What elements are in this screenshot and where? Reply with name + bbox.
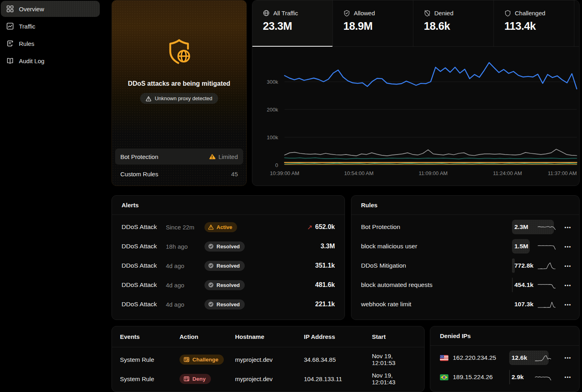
sparkline <box>534 372 552 382</box>
table-row[interactable]: System Rule Deny myproject.dev 104.28.13… <box>112 369 424 388</box>
check-circle-icon <box>208 301 214 307</box>
column-header: IP Address <box>304 333 372 340</box>
sidebar-item-label: Rules <box>19 40 34 47</box>
traffic-chart: 300k200k100k010:39:00 AM10:54:00 AM11:09… <box>252 47 579 186</box>
tab-value: 18.9M <box>343 20 413 33</box>
sparkline <box>537 299 556 309</box>
tab-challenged[interactable]: Challenged 113.4k <box>494 0 574 46</box>
custom-rules-row[interactable]: Custom Rules 45 <box>115 166 243 182</box>
tab-all-traffic[interactable]: All Traffic 23.3M <box>252 0 333 46</box>
rules-title: Rules <box>361 202 378 208</box>
status-badge: Active <box>204 222 237 232</box>
value-bar <box>509 370 510 384</box>
traffic-tabs: All Traffic 23.3M Allowed 18.9M Denied 1… <box>252 0 579 47</box>
sidebar-item-traffic[interactable]: Traffic <box>1 18 100 34</box>
status-rows: Bot Protection Limited Custom Rules 45 <box>115 147 243 182</box>
rule-value: 1.5M <box>514 243 537 250</box>
row-menu-button[interactable] <box>563 282 572 289</box>
br-flag-icon <box>440 374 448 380</box>
row-menu-button[interactable] <box>563 373 572 381</box>
rule-row[interactable]: webhook rate limit 107.3k <box>361 295 572 314</box>
warning-icon <box>208 224 214 230</box>
tab-allowed[interactable]: Allowed 18.9M <box>333 0 413 46</box>
row-menu-button[interactable] <box>563 262 572 269</box>
shield-check-icon <box>343 10 350 17</box>
tab-denied[interactable]: Denied 18.6k <box>413 0 494 46</box>
alert-row[interactable]: DDoS Attack Since 22m Active 652.0k <box>122 217 335 237</box>
denied-count: 12.6k <box>512 354 534 361</box>
rule-value: 107.3k <box>514 301 537 308</box>
svg-text:100k: 100k <box>267 134 279 140</box>
rule-value: 772.8k <box>514 262 537 269</box>
alerts-card: Alerts DDoS Attack Since 22m Active 652.… <box>111 195 345 320</box>
rule-row[interactable]: Bot Protection 2.3M <box>361 217 572 237</box>
sidebar: Overview Traffic Rules Audit Log <box>0 0 101 392</box>
globe-icon <box>263 10 270 17</box>
sparkline <box>537 241 556 251</box>
denied-ip-row[interactable]: 189.15.224.26 2.9k <box>440 367 572 387</box>
denied-ips-card: Denied IPs 162.220.234.25 12.6k 189.15.2… <box>430 326 580 392</box>
events-header-row: Events Action Hostname IP Address Start <box>112 326 424 347</box>
shield-icon <box>504 10 511 17</box>
rule-row[interactable]: DDoS Mitigation 772.8k <box>361 256 572 275</box>
scroll-icon <box>6 40 14 47</box>
sparkline <box>537 280 556 290</box>
captcha-deny-icon <box>184 376 190 382</box>
row-menu-button[interactable] <box>563 301 572 308</box>
row-menu-button[interactable] <box>563 243 572 250</box>
alert-row[interactable]: DDoS Attack 4d ago Resolved 481.6k <box>122 275 335 295</box>
alert-row[interactable]: DDoS Attack 4d ago Resolved 351.1k <box>122 256 335 275</box>
svg-text:200k: 200k <box>267 107 279 113</box>
alert-row[interactable]: DDoS Attack 18h ago Resolved 3.3M <box>122 237 335 256</box>
svg-text:11:24:00 AM: 11:24:00 AM <box>493 170 522 176</box>
sidebar-item-overview[interactable]: Overview <box>1 1 100 17</box>
rule-row[interactable]: block malicious user 1.5M <box>361 237 572 256</box>
rule-value: 454.1k <box>514 281 537 289</box>
check-circle-icon <box>208 282 214 288</box>
ip-address: 162.220.234.25 <box>453 354 496 361</box>
status-badge: Resolved <box>204 241 245 252</box>
alert-row[interactable]: DDoS Attack 4d ago Resolved 221.1k <box>122 295 335 314</box>
sidebar-item-label: Audit Log <box>19 58 44 64</box>
events-card: Events Action Hostname IP Address Start … <box>111 326 425 392</box>
mitigation-status-card: DDoS attacks are being mitigated Unknown… <box>111 0 247 186</box>
bot-protection-row[interactable]: Bot Protection Limited <box>115 149 243 165</box>
column-header: Events <box>120 333 180 340</box>
sparkline <box>537 261 556 270</box>
sparkline <box>537 222 556 232</box>
svg-text:11:09:00 AM: 11:09:00 AM <box>419 170 448 176</box>
rules-card: Rules Bot Protection 2.3M block maliciou… <box>351 195 580 320</box>
rule-row[interactable]: block automated requests 454.1k <box>361 275 572 295</box>
status-badge: Resolved <box>204 261 245 271</box>
deny-badge: Deny <box>180 374 211 384</box>
svg-text:0: 0 <box>275 162 278 168</box>
value-bar <box>512 278 513 292</box>
denied-ips-title: Denied IPs <box>440 332 471 339</box>
bot-protection-status: Limited <box>219 153 238 160</box>
shield-slash-icon <box>424 10 431 17</box>
traffic-chart-card: All Traffic 23.3M Allowed 18.9M Denied 1… <box>252 0 580 186</box>
tab-value: 18.6k <box>424 20 493 33</box>
book-icon <box>6 57 14 64</box>
sidebar-item-audit-log[interactable]: Audit Log <box>1 53 100 69</box>
alerts-title: Alerts <box>122 202 139 208</box>
table-row[interactable]: System Rule Challenge myproject.dev 34.6… <box>112 350 424 369</box>
custom-rules-count: 45 <box>231 171 238 177</box>
sidebar-item-label: Traffic <box>19 23 35 30</box>
rule-value: 2.3M <box>514 223 537 231</box>
warning-filled-icon <box>209 153 215 160</box>
chart-line-icon <box>6 23 14 30</box>
status-badge: Resolved <box>204 280 245 290</box>
trend-up-icon <box>307 223 312 231</box>
sidebar-item-rules[interactable]: Rules <box>1 35 100 52</box>
check-circle-icon <box>208 263 214 268</box>
column-header: Hostname <box>235 333 304 340</box>
challenge-badge: Challenge <box>180 355 224 365</box>
svg-text:300k: 300k <box>267 79 279 85</box>
denied-ip-row[interactable]: 162.220.234.25 12.6k <box>440 348 572 367</box>
sidebar-item-label: Overview <box>19 6 44 12</box>
svg-text:10:54:00 AM: 10:54:00 AM <box>344 170 374 176</box>
row-menu-button[interactable] <box>563 354 572 361</box>
row-menu-button[interactable] <box>563 224 572 231</box>
denied-count: 2.9k <box>512 373 534 381</box>
